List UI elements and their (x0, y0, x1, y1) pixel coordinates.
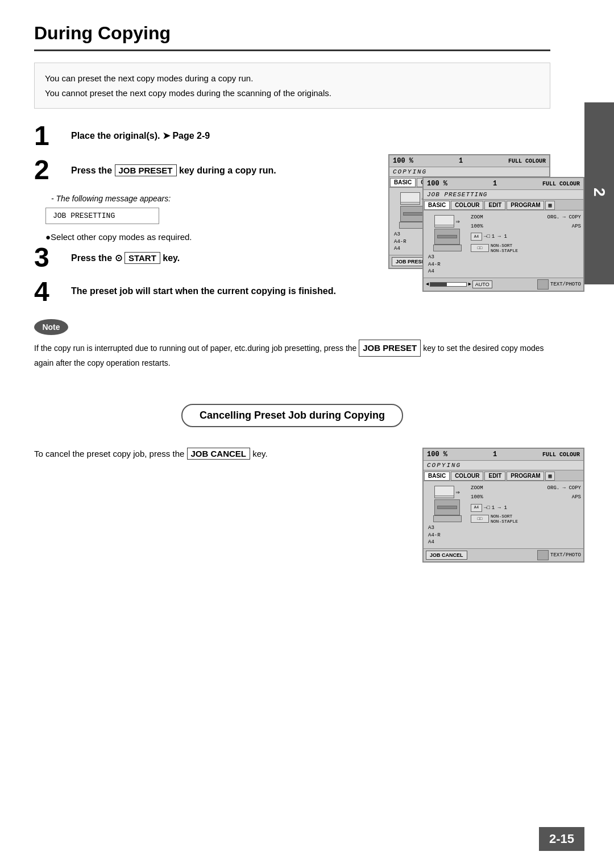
step-2-number: 2 (34, 156, 65, 184)
start-key: START (125, 252, 160, 264)
job-presetting-msgbox: JOB PRESETTING (45, 208, 159, 224)
s2-tab-program[interactable]: PROGRAM (507, 201, 544, 210)
info-line1: You can preset the next copy modes durin… (45, 71, 540, 86)
step-1-content: Place the original(s). ➤ Page 2-9 (71, 126, 550, 141)
s2-zoom-val: 100% (471, 222, 483, 231)
screen1-percent: 100 % (393, 157, 413, 165)
s3-photo-icon (537, 550, 549, 560)
screen1-color: FULL COLOUR (508, 158, 546, 164)
step-1-pageref: Page 2-9 (172, 131, 210, 140)
job-preset-key-1: JOB PRESET (115, 164, 177, 176)
step-3-text2: key. (163, 253, 180, 263)
message-area: - The following message appears: JOB PRE… (45, 194, 550, 242)
s3-zoom-val: 100% (471, 493, 483, 502)
s3-aps: APS (572, 493, 581, 502)
info-line2: You cannot preset the next copy modes du… (45, 86, 540, 101)
s3-paper-top (434, 486, 454, 498)
s3-tab-program[interactable]: PROGRAM (507, 472, 544, 481)
step-3-text: Press the (71, 253, 112, 263)
s3-output-tray (433, 515, 462, 522)
screen3-count: 1 (493, 450, 497, 458)
start-circle-icon: ⊙ (115, 253, 122, 263)
s2-scan-icon: ⇒ (455, 217, 459, 226)
s3-a4-row: A4 →□ 1 → 1 (471, 503, 581, 512)
subsection-header-area: Cancelling Preset Job during Copying (34, 387, 550, 437)
s2-zoom-val-row: 100% APS (471, 222, 581, 231)
screen3-header: 100 % 1 FULL COLOUR (424, 449, 583, 461)
subsection-title: Cancelling Preset Job during Copying (200, 410, 385, 421)
s2-tab-extra: ▦ (545, 201, 554, 210)
step-1-arrow: ➤ (163, 131, 172, 140)
s2-zoom-row: ZOOM ORG. → COPY (471, 213, 581, 222)
step-3: 3 Press the ⊙ START key. (34, 247, 550, 271)
step-4-text: The preset job will start when the curre… (71, 286, 336, 296)
s3-staple: NON-STAPLE (491, 519, 518, 524)
section-title: During Copying (34, 23, 550, 51)
step-2-text2: key during a copy run. (179, 166, 276, 175)
job-cancel-btn[interactable]: JOB CANCEL (426, 551, 467, 560)
screen-3: 100 % 1 FULL COLOUR COPYING BASIC COLOUR… (422, 448, 584, 563)
screen2-header: 100 % 1 FULL COLOUR (424, 178, 583, 190)
s3-zoom-label: ZOOM (471, 483, 483, 493)
screen1-status-text: COPYING (393, 168, 427, 175)
screen3-status-text: COPYING (427, 462, 461, 469)
screen3-bottom: JOB CANCEL TEXT/PHOTO (424, 548, 583, 561)
s3-sort: NON-SORT (491, 514, 518, 519)
job-presetting-text: JOB PRESETTING (53, 212, 115, 220)
screen2-color: FULL COLOUR (542, 181, 580, 187)
s2-tab-colour[interactable]: COLOUR (451, 201, 483, 210)
screen2-status-text: JOB PRESETTING (427, 191, 487, 198)
s3-scan-icon: ⇒ (455, 488, 459, 497)
screen1-status: COPYING (389, 167, 549, 177)
step-1-text: Place the original(s). (71, 131, 160, 140)
screen-2: 100 % 1 FULL COLOUR JOB PRESETTING BASIC… (422, 177, 584, 292)
s2-zoom-label: ZOOM (471, 213, 483, 222)
step-1: 1 Place the original(s). ➤ Page 2-9 (34, 126, 550, 150)
s3-tab-extra: ▦ (545, 472, 554, 481)
s2-paper-row: ⇒ (432, 215, 463, 228)
step-2-text: Press the (71, 166, 112, 175)
s3-zoom-val-row: 100% APS (471, 493, 581, 502)
screen1-header: 100 % 1 FULL COLOUR (389, 155, 549, 167)
page-container: 2 2-15 During Copying You can preset the… (0, 0, 614, 868)
s3-paper-sizes: A3 A4-R A4 (426, 524, 468, 546)
s3-zoom-row: ZOOM ORG. → COPY (471, 483, 581, 493)
s3-org-copy: ORG. → COPY (547, 483, 581, 493)
title-text: During Copying (34, 23, 171, 43)
subsection-header: Cancelling Preset Job during Copying (181, 404, 403, 427)
step-4-number: 4 (34, 278, 65, 305)
side-tab-number: 2 (590, 188, 608, 199)
s3-sort-row: □□ NON-SORT NON-STAPLE (471, 514, 581, 524)
screen3-left: ⇒ A3 A4-R A4 (426, 483, 468, 546)
s2-paper-area: ⇒ (432, 215, 463, 251)
s3-tab-colour[interactable]: COLOUR (451, 472, 483, 481)
step-4-content: The preset job will start when the curre… (71, 282, 550, 296)
s2-a4-row: A4 →□ 1 → 1 (471, 232, 581, 241)
s3-text-photo: TEXT/PHOTO (550, 552, 581, 558)
s2-aps: APS (572, 222, 581, 231)
s3-tab-edit[interactable]: EDIT (484, 472, 505, 481)
s3-direction: 1 → 1 (492, 503, 507, 512)
s2-tab-basic[interactable]: BASIC (424, 201, 450, 210)
s2-org-copy: ORG. → COPY (547, 213, 581, 222)
main-content: During Copying You can preset the next c… (0, 0, 584, 641)
cancel-section: To cancel the preset copy job, press the… (34, 448, 550, 596)
screen1-count: 1 (459, 157, 463, 165)
screen2-tabs: BASIC COLOUR EDIT PROGRAM ▦ (424, 200, 583, 210)
page-number: 2-15 (539, 827, 584, 851)
s2-paper-top (434, 215, 454, 228)
screen3-color: FULL COLOUR (542, 452, 580, 458)
job-preset-key-note: JOB PRESET (359, 340, 421, 357)
info-box: You can preset the next copy modes durin… (34, 63, 550, 109)
side-tab: 2 (584, 102, 614, 284)
s2-tab-edit[interactable]: EDIT (484, 201, 505, 210)
screen3-percent: 100 % (427, 450, 447, 458)
page-number-text: 2-15 (549, 832, 574, 846)
s3-tab-basic[interactable]: BASIC (424, 472, 450, 481)
tab-basic[interactable]: BASIC (390, 178, 416, 187)
note-label: Note (34, 319, 68, 335)
screen3-right: ZOOM ORG. → COPY 100% APS A4 →□ 1 → 1 (471, 483, 581, 546)
s2-direction: 1 → 1 (492, 232, 507, 241)
step-3-number: 3 (34, 244, 65, 271)
cancel-text: To cancel the preset copy job, press the (34, 449, 184, 458)
